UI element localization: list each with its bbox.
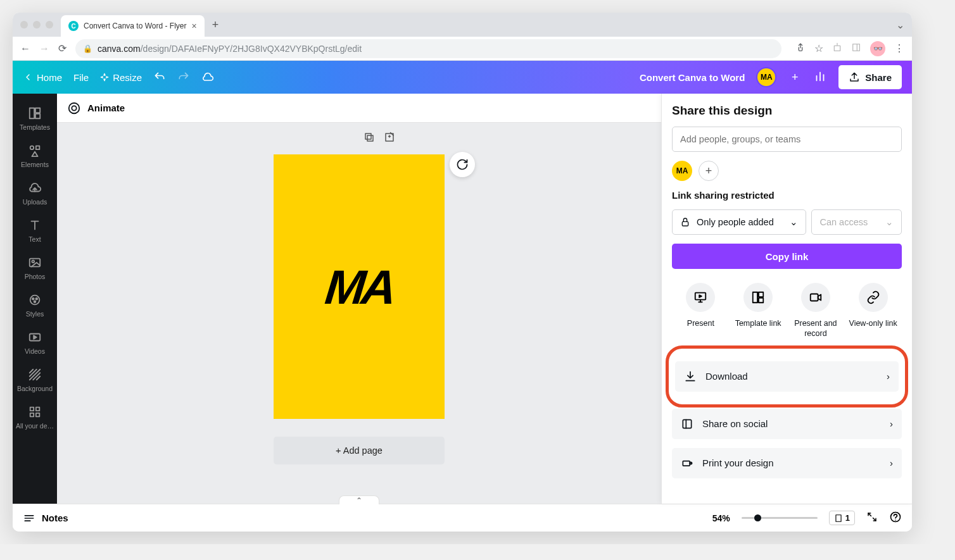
notes-button[interactable]: Notes bbox=[23, 512, 68, 525]
forward-icon[interactable]: → bbox=[39, 43, 49, 54]
cloud-sync-icon[interactable] bbox=[201, 71, 214, 84]
close-icon[interactable]: × bbox=[192, 21, 197, 31]
svg-line-24 bbox=[33, 373, 40, 380]
traffic-lights[interactable] bbox=[20, 21, 53, 28]
export-page-icon[interactable] bbox=[384, 132, 395, 146]
svg-rect-27 bbox=[36, 408, 40, 411]
member-avatar[interactable]: MA bbox=[672, 161, 692, 181]
redo-button[interactable] bbox=[177, 71, 190, 84]
svg-point-15 bbox=[30, 296, 40, 305]
sidebar-photos[interactable]: Photos bbox=[13, 249, 57, 287]
address-bar: ← → ⟳ 🔒 canva.com/design/DAFAIeFNyPY/2HJ… bbox=[13, 37, 912, 61]
svg-marker-20 bbox=[34, 335, 37, 339]
add-member-button[interactable]: + bbox=[788, 70, 802, 84]
extensions-icon[interactable] bbox=[832, 42, 842, 55]
sidebar-uploads[interactable]: Uploads bbox=[13, 175, 57, 212]
svg-rect-33 bbox=[365, 134, 371, 139]
sidebar-background[interactable]: Background bbox=[13, 361, 57, 399]
add-person-button[interactable]: + bbox=[699, 161, 719, 181]
present-record-action[interactable]: Present and record bbox=[790, 283, 841, 339]
fullscreen-icon[interactable] bbox=[866, 511, 878, 525]
svg-rect-40 bbox=[753, 292, 757, 303]
canvas-area: Animate MA + Add page ⌃ bbox=[57, 94, 661, 504]
share-button[interactable]: Share bbox=[838, 65, 902, 89]
view-only-link-action[interactable]: View-only link bbox=[848, 283, 899, 339]
svg-rect-45 bbox=[683, 420, 691, 428]
svg-rect-28 bbox=[30, 413, 34, 417]
canva-header: Home File Resize Convert Canva to Word M… bbox=[13, 61, 912, 94]
home-button[interactable]: Home bbox=[23, 72, 62, 83]
animate-button[interactable]: Animate bbox=[67, 101, 125, 115]
zoom-percent[interactable]: 54% bbox=[712, 513, 730, 523]
lock-icon: 🔒 bbox=[83, 44, 92, 53]
svg-rect-6 bbox=[35, 108, 40, 113]
download-highlight: Download › bbox=[666, 345, 908, 408]
svg-point-31 bbox=[72, 106, 76, 110]
permission-select[interactable]: Can access ⌄ bbox=[811, 209, 902, 235]
chevron-down-icon[interactable]: ⌄ bbox=[896, 19, 904, 31]
audience-select[interactable]: Only people added ⌄ bbox=[672, 209, 806, 235]
add-people-input[interactable] bbox=[672, 127, 902, 152]
menu-dots-icon[interactable]: ⋮ bbox=[894, 42, 904, 54]
svg-point-18 bbox=[34, 301, 36, 302]
collapse-tab[interactable]: ⌃ bbox=[339, 495, 379, 504]
new-tab-button[interactable]: + bbox=[212, 18, 219, 32]
svg-point-14 bbox=[32, 260, 34, 263]
chevron-down-icon: ⌄ bbox=[885, 217, 894, 227]
footer: Notes 54% 1 bbox=[13, 504, 912, 532]
side-panel: Templates Elements Uploads Text Photos S… bbox=[13, 94, 57, 504]
panel-icon[interactable] bbox=[851, 42, 861, 55]
add-page-button[interactable]: + Add page bbox=[274, 437, 445, 464]
resize-button[interactable]: Resize bbox=[100, 72, 142, 83]
svg-rect-35 bbox=[682, 221, 688, 226]
design-title[interactable]: Convert Canva to Word bbox=[640, 72, 745, 83]
zoom-slider[interactable] bbox=[742, 517, 818, 519]
svg-rect-7 bbox=[35, 114, 40, 118]
sidebar-videos[interactable]: Videos bbox=[13, 324, 57, 361]
svg-rect-53 bbox=[836, 514, 841, 521]
design-text[interactable]: MA bbox=[322, 259, 395, 314]
svg-rect-13 bbox=[30, 259, 41, 267]
regenerate-button[interactable] bbox=[450, 152, 475, 177]
sidebar-text[interactable]: Text bbox=[13, 212, 57, 249]
svg-line-21 bbox=[30, 370, 34, 373]
browser-titlebar: C Convert Canva to Word - Flyer × + ⌄ bbox=[13, 13, 912, 37]
sidebar-styles[interactable]: Styles bbox=[13, 287, 57, 324]
help-icon[interactable] bbox=[889, 511, 902, 526]
url-field[interactable]: 🔒 canva.com/design/DAFAIeFNyPY/2HJG8IvQX… bbox=[75, 39, 781, 58]
svg-rect-41 bbox=[759, 292, 763, 297]
svg-rect-43 bbox=[811, 294, 818, 301]
share-icon[interactable] bbox=[795, 42, 806, 55]
share-heading: Share this design bbox=[672, 104, 902, 118]
reload-icon[interactable]: ⟳ bbox=[58, 42, 66, 54]
sidebar-elements[interactable]: Elements bbox=[13, 137, 57, 175]
user-avatar[interactable]: MA bbox=[756, 67, 776, 87]
back-icon[interactable]: ← bbox=[20, 43, 30, 54]
svg-marker-10 bbox=[32, 152, 37, 156]
present-action[interactable]: Present bbox=[675, 283, 726, 339]
template-link-action[interactable]: Template link bbox=[733, 283, 783, 339]
sidebar-templates[interactable]: Templates bbox=[13, 100, 57, 137]
page-indicator[interactable]: 1 bbox=[829, 511, 855, 525]
svg-rect-0 bbox=[853, 44, 860, 51]
profile-avatar[interactable]: 👓 bbox=[870, 41, 885, 56]
url-text: canva.com/design/DAFAIeFNyPY/2HJG8IvQX42… bbox=[98, 44, 362, 54]
design-page[interactable]: MA bbox=[274, 154, 445, 419]
browser-tab[interactable]: C Convert Canva to Word - Flyer × bbox=[61, 15, 205, 37]
svg-rect-5 bbox=[30, 108, 34, 119]
sidebar-all-designs[interactable]: All your de… bbox=[13, 399, 57, 436]
svg-marker-39 bbox=[700, 295, 702, 297]
svg-line-25 bbox=[37, 376, 41, 380]
svg-marker-44 bbox=[818, 294, 821, 300]
insights-icon[interactable] bbox=[813, 69, 827, 86]
svg-rect-47 bbox=[683, 461, 690, 466]
undo-button[interactable] bbox=[153, 71, 166, 84]
share-social-option[interactable]: Share on social › bbox=[672, 409, 902, 439]
print-option[interactable]: Print your design › bbox=[672, 448, 902, 478]
download-option[interactable]: Download › bbox=[675, 361, 899, 392]
tab-title: Convert Canva to Word - Flyer bbox=[84, 22, 187, 30]
copy-link-button[interactable]: Copy link bbox=[672, 244, 902, 269]
star-icon[interactable]: ☆ bbox=[814, 42, 823, 54]
file-menu[interactable]: File bbox=[73, 72, 89, 83]
duplicate-page-icon[interactable] bbox=[364, 132, 375, 146]
